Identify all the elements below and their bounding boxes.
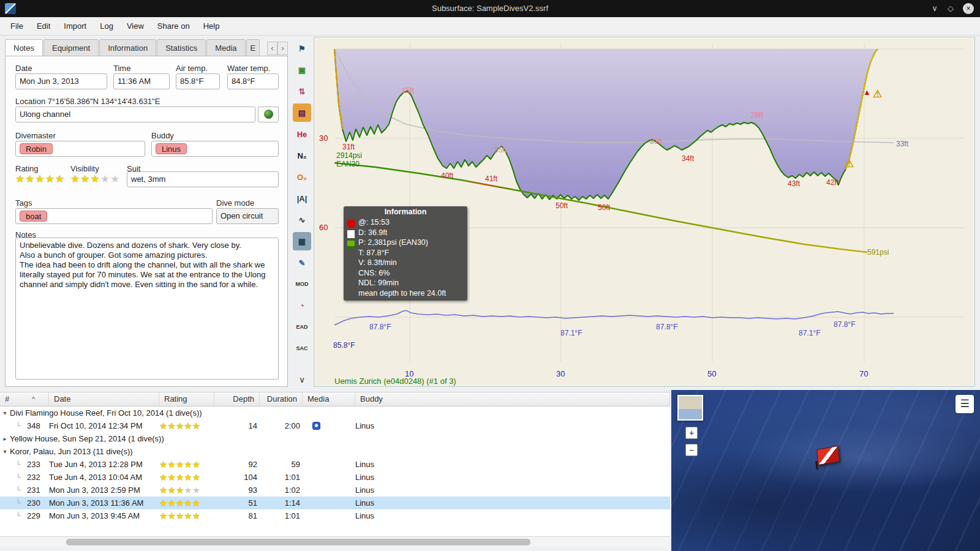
dive-media	[303, 471, 355, 484]
water-temp-field[interactable]: 84.8°F	[227, 73, 279, 89]
dive-rating: ★★★★★	[159, 419, 214, 432]
tab-equipment[interactable]: Equipment	[43, 39, 99, 56]
menu-log[interactable]: Log	[93, 17, 120, 36]
tab-scroll-right-icon[interactable]: ›	[277, 42, 288, 55]
collapse-caret-icon[interactable]: ▾	[0, 445, 10, 458]
column-header-media[interactable]: Media	[303, 392, 355, 406]
tab-bar: Notes Equipment Information Statistics M…	[5, 39, 288, 56]
dive-row[interactable]: └348 Fri Oct 10, 2014 12:34 PM ★★★★★ 14 …	[0, 419, 670, 432]
trip-row[interactable]: ▾ Koror, Palau, Jun 2013 (11 dive(s))	[0, 445, 670, 458]
tags-field[interactable]: boat	[15, 208, 213, 224]
dive-row[interactable]: └232 Tue Jun 4, 2013 10:04 AM ★★★★★ 104 …	[0, 471, 670, 484]
tree-branch-icon: └	[16, 497, 21, 509]
dive-media	[303, 419, 355, 432]
collapse-caret-icon[interactable]: ▸	[0, 432, 10, 445]
pp-helium-icon[interactable]: He	[293, 125, 311, 143]
dive-site-map[interactable]: + − ☰	[671, 390, 980, 551]
sac-icon[interactable]: SAC	[293, 339, 311, 358]
zoom-in-button[interactable]: +	[685, 427, 698, 439]
ead-icon[interactable]: EAD	[293, 318, 311, 336]
column-header-duration[interactable]: Duration	[260, 392, 303, 406]
globe-button[interactable]	[258, 107, 279, 122]
toolbar-collapse-icon[interactable]: ∨	[293, 375, 311, 387]
scrollbar-thumb[interactable]	[66, 539, 530, 545]
column-header-buddy[interactable]: Buddy	[355, 392, 670, 406]
photos-icon[interactable]: ▣	[293, 61, 311, 79]
column-header-num[interactable]: #^	[0, 392, 49, 406]
pp-oxygen-icon[interactable]: O₂	[293, 168, 311, 186]
air-temp-field[interactable]: 85.8°F	[176, 73, 220, 89]
dive-depth: 92	[214, 458, 260, 471]
zoom-out-button[interactable]: −	[685, 444, 698, 456]
tab-media[interactable]: Media	[206, 39, 245, 56]
menu-file[interactable]: File	[4, 17, 30, 36]
dive-buddy: Linus	[355, 509, 670, 522]
window-close-icon[interactable]: ×	[963, 3, 974, 14]
date-combobox[interactable]: Mon Jun 3, 2013	[15, 73, 107, 89]
horizontal-scrollbar[interactable]	[0, 536, 670, 547]
buddy-field[interactable]: Linus	[151, 141, 279, 157]
divemaster-chip[interactable]: Robin	[20, 143, 53, 154]
tab-notes[interactable]: Notes	[5, 39, 43, 56]
buddy-label: Buddy	[151, 131, 174, 140]
trip-row[interactable]: ▾ Divi Flamingo House Reef, Fri Oct 10, …	[0, 407, 670, 419]
location-field[interactable]: Ulong channel	[15, 107, 255, 122]
dive-row[interactable]: └233 Tue Jun 4, 2013 12:28 PM ★★★★★ 92 5…	[0, 458, 670, 471]
dive-rating: ★★★★★	[159, 471, 214, 484]
menu-share-on[interactable]: Share on	[151, 17, 197, 36]
temp-label: 87.8°F	[369, 323, 391, 331]
column-header-rating[interactable]: Rating	[159, 392, 214, 406]
info-row: D: 36.9ft	[344, 228, 467, 238]
tab-statistics[interactable]: Statistics	[157, 39, 206, 56]
tab-extra[interactable]: E	[246, 39, 260, 56]
menu-view[interactable]: View	[120, 17, 151, 36]
tab-scroll-left-icon[interactable]: ‹	[267, 42, 277, 55]
notes-tab-content: Date Time Air temp. Water temp. Mon Jun …	[5, 56, 288, 387]
picture-overlay-icon[interactable]: ▤	[293, 103, 311, 122]
deco-time-icon[interactable]: ◔	[293, 296, 311, 315]
tag-chip[interactable]: boat	[20, 211, 47, 222]
buddy-chip[interactable]: Linus	[156, 143, 187, 154]
menu-import[interactable]: Import	[57, 17, 93, 36]
suit-field[interactable]: wet, 3mm	[127, 171, 279, 187]
dive-row[interactable]: └231 Mon Jun 3, 2013 2:59 PM ★★★★★ 93 1:…	[0, 484, 670, 497]
column-header-date[interactable]: Date	[49, 392, 159, 406]
window-shade-icon[interactable]: ∨	[929, 2, 941, 15]
time-spinbox[interactable]: 11:36 AM	[113, 73, 170, 89]
divemaster-field[interactable]: Robin	[15, 141, 145, 157]
menu-edit[interactable]: Edit	[30, 17, 57, 36]
dive-duration: 1:01	[260, 509, 303, 522]
trip-row[interactable]: ▸ Yellow House, Sun Sep 21, 2014 (1 dive…	[0, 432, 670, 445]
column-header-depth[interactable]: Depth	[214, 392, 260, 406]
mod-icon[interactable]: MOD	[293, 275, 311, 293]
depth-label: 40ft	[441, 171, 453, 180]
map-menu-icon[interactable]: ☰	[956, 395, 974, 413]
dc-ceiling-icon[interactable]: ⚑	[293, 39, 311, 58]
trip-label: Yellow House, Sun Sep 21, 2014 (1 dive(s…	[10, 432, 164, 445]
scale-toggle-icon[interactable]: ⇅	[293, 82, 311, 100]
pp-nitrogen-icon[interactable]: N₂	[293, 146, 311, 165]
notes-textarea[interactable]: Unbelievable dive. Dozens and dozens of …	[15, 238, 279, 380]
window-maximize-icon[interactable]: ◇	[944, 2, 957, 15]
dive-duration: 1:02	[260, 484, 303, 497]
tree-branch-icon: └	[16, 484, 21, 497]
dive-mode-combobox[interactable]: Open circuit	[216, 208, 279, 224]
dive-flag-marker[interactable]	[816, 446, 840, 465]
tissues-icon[interactable]: |A|	[293, 189, 311, 208]
rating-stars[interactable]: ★★★★★	[15, 173, 65, 186]
heart-rate-icon[interactable]: ∿	[293, 211, 311, 229]
show-photos-icon[interactable]: ▦	[293, 232, 311, 250]
media-icon[interactable]	[312, 422, 320, 430]
collapse-caret-icon[interactable]: ▾	[0, 407, 10, 419]
temp-label: 87.8°F	[834, 320, 855, 329]
tab-information[interactable]: Information	[99, 39, 156, 56]
dive-duration: 59	[260, 458, 303, 471]
dive-profile-chart[interactable]: 30 60 10 30 50 70 2914psi EAN30 591psi 3…	[314, 37, 975, 387]
visibility-stars[interactable]: ★★★★★	[70, 173, 120, 186]
dive-row[interactable]: └229 Mon Jun 3, 2013 9:45 AM ★★★★★ 81 1:…	[0, 509, 670, 522]
dive-row-selected[interactable]: └230 Mon Jun 3, 2013 11:36 AM ★★★★★ 51 1…	[0, 497, 670, 509]
ruler-icon[interactable]: ✎	[293, 253, 311, 272]
map-overview-inset[interactable]	[677, 395, 703, 421]
menu-help[interactable]: Help	[197, 17, 227, 36]
dive-duration: 2:00	[260, 419, 303, 432]
